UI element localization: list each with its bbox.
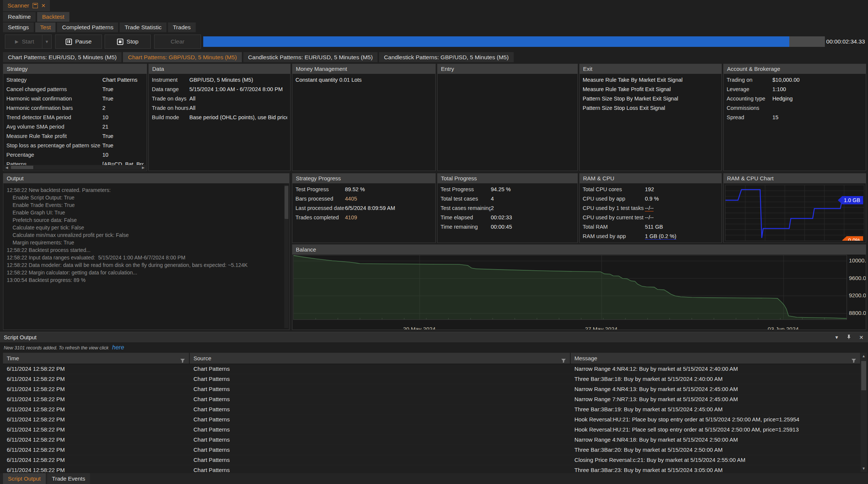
- tab-settings[interactable]: Settings: [3, 22, 34, 32]
- property-value: 192: [645, 185, 718, 194]
- pin-icon[interactable]: [846, 334, 852, 341]
- cell-source: Chart Patterns: [190, 455, 571, 465]
- money-management-panel: Money Management Constant quantity 0.01 …: [292, 64, 436, 171]
- tab-candlestick-patterns-eurusd[interactable]: Candlestick Patterns: EUR/USD, 5 Minutes…: [243, 52, 378, 62]
- tab-realtime[interactable]: Realtime: [3, 12, 36, 22]
- property-value: --/--: [645, 204, 718, 213]
- property-row: Accounting typeHedging: [724, 94, 866, 103]
- table-row[interactable]: 6/11/2024 12:58:22 PMChart PatternsThree…: [3, 445, 860, 455]
- tab-label: Trade Events: [52, 475, 85, 482]
- clear-button[interactable]: Clear: [154, 34, 201, 49]
- tab-label: Trade Statistic: [124, 24, 162, 31]
- strategy-panel: Strategy StrategyChart PatternsCancel ch…: [3, 64, 147, 171]
- close-icon[interactable]: ✕: [859, 334, 864, 340]
- chevron-down-icon[interactable]: ▼: [834, 335, 839, 340]
- chevron-down-icon[interactable]: ▼: [42, 35, 51, 48]
- scroll-left-icon[interactable]: ◀: [4, 166, 9, 169]
- log-line: Calculate equity per tick: False: [3, 224, 289, 231]
- table-row[interactable]: 6/11/2024 12:58:22 PMChart PatternsClosi…: [3, 455, 860, 465]
- cell-time: 6/11/2024 12:58:22 PM: [3, 455, 190, 465]
- window-tab-scanner[interactable]: Scanner ✕: [3, 0, 50, 11]
- property-value: True: [102, 85, 144, 94]
- y-axis-label: 9600.00: [849, 275, 866, 281]
- property-value: 2: [102, 103, 144, 113]
- start-button[interactable]: ▶ Start ▼: [5, 34, 52, 49]
- pause-button[interactable]: Pause: [55, 34, 102, 49]
- strategy-progress-grid: Test Progress89.52 %Bars processed4405La…: [292, 183, 435, 243]
- cell-message: Narrow Range 7:NR7:13: Buy by market at …: [571, 394, 860, 404]
- property-value: 10: [102, 113, 144, 122]
- list-item: Pattern Size Stop Loss Exit Signal: [580, 103, 721, 113]
- property-row: Bars processed4405: [292, 194, 435, 204]
- refresh-hint-bar: New 3101 records added. To refresh the v…: [0, 342, 868, 353]
- script-window-icon[interactable]: [33, 3, 38, 8]
- tab-chart-patterns-eurusd[interactable]: Chart Patterns: EUR/USD, 5 Minutes (M5): [3, 52, 121, 62]
- tab-completed-patterns[interactable]: Completed Patterns: [57, 22, 118, 32]
- table-row[interactable]: 6/11/2024 12:58:22 PMChart PatternsNarro…: [3, 435, 860, 445]
- testcase-tab-bar: Chart Patterns: EUR/USD, 5 Minutes (M5) …: [0, 52, 515, 62]
- close-icon[interactable]: ✕: [41, 3, 46, 8]
- tab-test[interactable]: Test: [35, 22, 55, 32]
- table-row[interactable]: 6/11/2024 12:58:22 PMChart PatternsThree…: [3, 374, 860, 384]
- table-row[interactable]: 6/11/2024 12:58:22 PMChart PatternsThree…: [3, 405, 860, 415]
- balance-chart-svg: [294, 255, 847, 319]
- property-row: Avg volume SMA period21: [3, 122, 147, 132]
- window-tab-label: Scanner: [7, 2, 29, 9]
- table-row[interactable]: 6/11/2024 12:58:22 PMChart PatternsHook …: [3, 415, 860, 425]
- scroll-down-icon[interactable]: ▼: [861, 465, 867, 472]
- tab-candlestick-patterns-gbpusd[interactable]: Candlestick Patterns: GBP/USD, 5 Minutes…: [379, 52, 514, 62]
- log-table-scrollbar[interactable]: ▲ ▼: [861, 353, 867, 472]
- list-item: Measure Rule Take Profit Exit Signal: [580, 85, 721, 94]
- property-value: [772, 103, 863, 113]
- property-label: Total RAM: [583, 222, 645, 232]
- tab-script-output[interactable]: Script Output: [3, 473, 46, 484]
- property-value: Base period (OHLC points), use Bid price: [189, 113, 287, 122]
- property-label: Last processed date: [295, 204, 345, 213]
- table-row[interactable]: 6/11/2024 12:58:22 PMChart PatternsNarro…: [3, 394, 860, 405]
- cell-time: 6/11/2024 12:58:22 PM: [3, 374, 190, 384]
- property-value: True: [102, 94, 144, 103]
- tab-chart-patterns-gbpusd[interactable]: Chart Patterns: GBP/USD, 5 Minutes (M5): [123, 52, 241, 62]
- table-row[interactable]: 6/11/2024 12:58:22 PMChart PatternsNarro…: [3, 384, 860, 394]
- progress-bar-fill: [203, 36, 789, 47]
- tab-trade-events[interactable]: Trade Events: [47, 473, 90, 484]
- property-row: Time remaining00:00:45: [438, 222, 577, 232]
- property-label: Time elapsed: [441, 213, 491, 222]
- scrollbar-thumb[interactable]: [861, 361, 866, 390]
- strategy-horizontal-scrollbar[interactable]: ◀ ▶: [4, 165, 146, 170]
- log-line: 12:58:22 Margin calculator: getting data…: [3, 269, 289, 276]
- property-row: Last processed date6/5/2024 8:09:59 AM: [292, 204, 435, 213]
- property-label: Commissions: [727, 103, 772, 113]
- property-row: Time elapsed00:02:33: [438, 213, 577, 222]
- y-axis-label: 10000.00: [849, 257, 866, 264]
- table-row[interactable]: 6/11/2024 12:58:22 PMChart PatternsNarro…: [3, 364, 860, 374]
- refresh-link[interactable]: here: [112, 344, 124, 351]
- scroll-up-icon[interactable]: ▲: [861, 353, 867, 360]
- property-label: CPU used by 1 test tasks: [583, 204, 645, 213]
- x-axis-label: 20 May 2024: [403, 326, 436, 330]
- property-value: All: [189, 103, 287, 113]
- stop-button[interactable]: Stop: [105, 34, 151, 49]
- panel-title: Total Progress: [438, 174, 577, 183]
- hint-text: New 3101 records added. To refresh the v…: [4, 345, 109, 351]
- property-row: Harmonic wait confirmationTrue: [3, 94, 147, 103]
- property-row: Measure Rule Take profitTrue: [3, 132, 147, 141]
- column-header-time[interactable]: Time: [3, 353, 190, 364]
- table-row[interactable]: 6/11/2024 12:58:22 PMChart PatternsHook …: [3, 425, 860, 435]
- exit-list: Measure Rule Take By Market Exit SignalM…: [580, 74, 721, 171]
- scroll-right-icon[interactable]: ▶: [141, 166, 146, 169]
- scrollbar-thumb[interactable]: [11, 166, 34, 169]
- column-header-source[interactable]: Source: [190, 353, 571, 364]
- property-row: Build modeBase period (OHLC points), use…: [149, 113, 290, 122]
- column-header-message[interactable]: Message: [571, 353, 860, 364]
- tab-backtest[interactable]: Backtest: [37, 12, 69, 22]
- property-label: Measure Rule Take profit: [6, 132, 102, 141]
- cell-message: Hook Reversal:HU:21: Place buy stop entr…: [571, 415, 860, 424]
- tab-trade-statistic[interactable]: Trade Statistic: [120, 22, 166, 32]
- cell-message: Narrow Range 4:NR4:13: Buy by market at …: [571, 384, 860, 394]
- scrollbar-thumb[interactable]: [285, 186, 289, 219]
- property-value: --/--: [645, 213, 718, 222]
- property-row: StrategyChart Patterns: [3, 75, 147, 85]
- output-scrollbar[interactable]: [284, 185, 288, 328]
- tab-trades[interactable]: Trades: [168, 22, 196, 32]
